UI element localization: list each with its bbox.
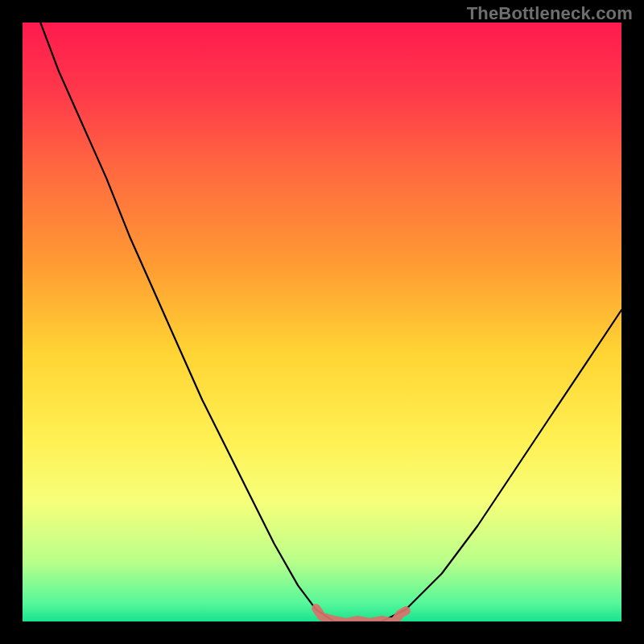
chart-frame: TheBottleneck.com	[0, 0, 644, 644]
bottleneck-chart	[23, 23, 621, 621]
plot-area	[23, 23, 621, 621]
chart-background	[23, 23, 621, 621]
watermark-text: TheBottleneck.com	[467, 3, 633, 24]
